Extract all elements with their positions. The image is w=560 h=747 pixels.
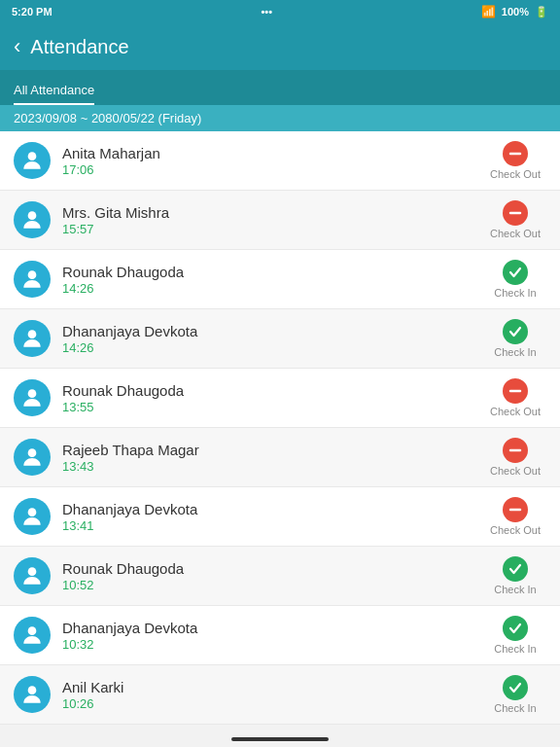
person-name: Anil Karki — [62, 679, 484, 695]
status-container: Check Out — [484, 141, 546, 180]
person-info: Rajeeb Thapa Magar 13:43 — [62, 442, 484, 474]
table-row[interactable]: Mrs. Gita Mishra 15:57 Check Out — [0, 191, 560, 250]
person-info: Dhananjaya Devkota 14:26 — [62, 323, 484, 355]
person-time: 13:41 — [62, 518, 484, 533]
status-container: Check Out — [484, 438, 546, 477]
status-container: Check In — [484, 675, 546, 714]
date-range-text: 2023/09/08 ~ 2080/05/22 (Friday) — [14, 111, 201, 125]
avatar — [14, 320, 51, 357]
person-name: Dhananjaya Devkota — [62, 620, 484, 636]
status-label: Check In — [494, 643, 536, 655]
status-icons: 📶 100% 🔋 — [481, 5, 548, 18]
person-info: Dhananjaya Devkota 10:32 — [62, 620, 484, 652]
person-time: 10:26 — [62, 696, 484, 711]
status-label: Check In — [494, 584, 536, 595]
svg-point-4 — [28, 270, 37, 279]
status-time: 5:20 PM — [12, 6, 52, 18]
page-title: Attendance — [30, 36, 128, 58]
table-row[interactable]: Dhananjaya Devkota 13:41 Check Out — [0, 487, 560, 547]
person-info: Rounak Dhaugoda 10:52 — [62, 560, 484, 592]
person-name: Rounak Dhaugoda — [62, 382, 484, 399]
date-range-bar: 2023/09/08 ~ 2080/05/22 (Friday) — [0, 105, 560, 131]
person-name: Anita Maharjan — [62, 145, 484, 161]
person-info: Dhananjaya Devkota 13:41 — [62, 501, 484, 533]
person-name: Rounak Dhaugoda — [62, 560, 484, 577]
person-name: Mrs. Gita Mishra — [62, 204, 484, 221]
svg-point-14 — [28, 686, 37, 694]
tab-bar: All Attendance — [0, 70, 560, 105]
svg-point-0 — [28, 152, 37, 160]
status-container: Check Out — [484, 378, 546, 417]
person-time: 15:57 — [62, 222, 484, 236]
status-bar: 5:20 PM ••• 📶 100% 🔋 — [0, 0, 560, 23]
status-label: Check Out — [490, 228, 541, 239]
person-time: 17:06 — [62, 162, 484, 177]
status-container: Check Out — [484, 200, 546, 239]
status-icon — [503, 378, 528, 404]
status-icon — [503, 556, 528, 582]
status-container: Check Out — [484, 497, 546, 536]
table-row[interactable]: Anita Maharjan 17:06 Check Out — [0, 131, 560, 191]
table-row[interactable]: Rajeeb Thapa Magar 13:43 Check Out — [0, 428, 560, 487]
status-container: Check In — [484, 319, 546, 358]
home-indicator — [231, 737, 329, 741]
person-info: Rounak Dhaugoda 14:26 — [62, 264, 484, 296]
svg-point-8 — [28, 448, 37, 457]
table-row[interactable]: Rounak Dhaugoda 14:26 Check In — [0, 250, 560, 309]
avatar — [14, 557, 51, 594]
status-label: Check In — [494, 346, 536, 358]
table-row[interactable]: Rounak Dhaugoda 10:52 Check In — [0, 547, 560, 606]
status-container: Check In — [484, 260, 546, 299]
status-day-dots: ••• — [261, 6, 272, 18]
status-icon — [503, 616, 528, 641]
status-icon — [503, 497, 528, 522]
svg-point-2 — [28, 211, 37, 220]
wifi-icon: 📶 — [481, 5, 496, 18]
status-icon — [503, 141, 528, 166]
status-label: Check Out — [490, 465, 541, 477]
avatar — [14, 498, 51, 535]
avatar — [14, 439, 51, 476]
person-name: Rounak Dhaugoda — [62, 264, 484, 280]
status-label: Check Out — [490, 524, 541, 536]
status-label: Check In — [494, 287, 536, 299]
table-row[interactable]: Dhananjaya Devkota 14:26 Check In — [0, 309, 560, 369]
person-info: Anil Karki 10:26 — [62, 679, 484, 711]
status-icon — [503, 260, 528, 285]
person-time: 10:52 — [62, 578, 484, 592]
person-info: Rounak Dhaugoda 13:55 — [62, 382, 484, 414]
avatar — [14, 261, 51, 298]
status-icon — [503, 319, 528, 344]
svg-point-10 — [28, 508, 37, 516]
table-row[interactable]: Rounak Dhaugoda 13:55 Check Out — [0, 369, 560, 428]
person-info: Anita Maharjan 17:06 — [62, 145, 484, 177]
person-time: 10:32 — [62, 637, 484, 652]
status-label: Check In — [494, 702, 536, 714]
avatar — [14, 617, 51, 654]
status-icon — [503, 200, 528, 226]
avatar — [14, 676, 51, 713]
tab-all-attendance[interactable]: All Attendance — [14, 77, 94, 105]
status-label: Check Out — [490, 406, 541, 417]
status-icon — [503, 438, 528, 463]
person-time: 13:43 — [62, 459, 484, 474]
person-time: 14:26 — [62, 340, 484, 355]
back-button[interactable]: ‹ — [14, 34, 20, 59]
status-icon — [503, 675, 528, 700]
attendance-list[interactable]: Anita Maharjan 17:06 Check Out Mrs. Gita… — [0, 131, 560, 725]
battery-percent: 100% — [502, 6, 529, 18]
status-container: Check In — [484, 556, 546, 595]
avatar — [14, 142, 51, 179]
battery-icon: 🔋 — [535, 6, 548, 18]
status-container: Check In — [484, 616, 546, 655]
person-name: Rajeeb Thapa Magar — [62, 442, 484, 458]
table-row[interactable]: Anil Karki 10:26 Check In — [0, 665, 560, 725]
status-label: Check Out — [490, 168, 541, 180]
header: ‹ Attendance — [0, 23, 560, 70]
svg-point-5 — [28, 330, 37, 338]
person-info: Mrs. Gita Mishra 15:57 — [62, 204, 484, 236]
person-name: Dhananjaya Devkota — [62, 323, 484, 339]
avatar — [14, 201, 51, 238]
table-row[interactable]: Dhananjaya Devkota 10:32 Check In — [0, 606, 560, 665]
person-name: Dhananjaya Devkota — [62, 501, 484, 517]
